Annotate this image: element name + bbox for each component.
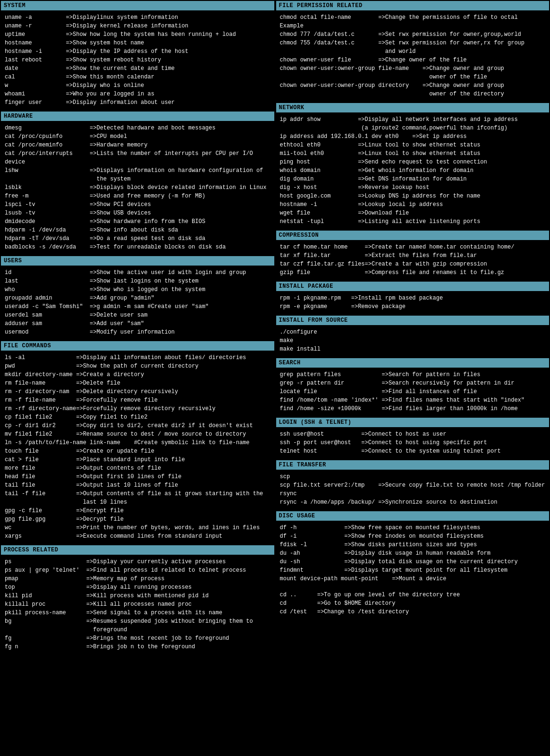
section-header-file-permission: FILE PERMISSION RELATED [276,1,550,10]
cmd-line: rpm -e pkgname =>Remove package [280,302,546,311]
section-content-install-package: rpm -i pkgname.rpm =>Install rpm based p… [276,291,550,314]
cmd-line: pkill process-name =>Send signal to a pr… [5,609,271,617]
cmd-line: find /home -size +10000k =>Find files la… [280,404,546,413]
cmd-line: and world [280,47,546,56]
cmd-line: rpm -i pkgname.rpm =>Install rpm based p… [280,294,546,302]
cmd-line: dmidecode =>Show hardware info from the … [5,217,271,226]
cmd-line: grep -r pattern dir =>Search recursively… [280,379,546,387]
section-content-users: id =>Show the active user id with login … [1,266,274,339]
cmd-line: useradd -c "Sam Tomshi" =>g admin -m sam… [5,302,271,311]
cmd-line: rm -r directory-nam =>Delete directory r… [5,387,271,396]
section-content-search: grep pattern files =>Search for pattern … [276,368,550,416]
cmd-line: uptime =>Show how long the system has be… [5,30,271,39]
cmd-line: dig domain =>Get DNS information for dom… [280,175,546,183]
section-install-package: INSTALL PACKAGErpm -i pkgname.rpm =>Inst… [276,282,550,314]
section-content-file-commands: ls -al =>Display all information about f… [1,351,274,543]
cmd-line: du -sh =>Display total disk usage on the… [280,558,546,566]
cmd-line: chmod 755 /data/test.c =>Set rwx permiss… [280,39,546,47]
cmd-line: rm file-name =>Delete file [5,379,271,387]
right-column: FILE PERMISSION RELATEDchmod octal file-… [275,0,550,655]
page: SYSTEMuname -a =>Displaylinux system inf… [0,0,550,655]
section-content-file-transfer: scpscp file.txt server2:/tmp =>Secure co… [276,470,550,509]
cmd-line: ps aux | grep 'telnet' =>Find all proces… [5,566,271,575]
cmd-line: userdel sam =>Delete user sam [5,311,271,319]
cmd-line: hdparm -i /dev/sda =>Show info about dis… [5,226,271,234]
cmd-line: groupadd admin =>Add group "admin" [5,294,271,302]
section-content-disc-usage: df -h =>Show free space on mounted files… [276,521,550,586]
section-header-file-transfer: FILE TRANSFER [276,460,550,470]
cmd-line: chown owner-user file =>Change owner of … [280,56,546,64]
section-header-system: SYSTEM [1,1,274,10]
cmd-line: cp file1 file2 =>Copy file1 to file2 [5,413,271,421]
section-system: SYSTEMuname -a =>Displaylinux system inf… [1,1,274,110]
cmd-line: cal =>Show this month calendar [5,73,271,81]
section-process-related: PROCESS RELATEDps =>Display your current… [1,545,274,654]
section-content-network: ip addr show =>Display all network inter… [276,112,550,229]
cmd-line: ssh -p port user@host =>Connect to host … [280,438,546,447]
cmd-line: host google.com =>Lookup DNS ip address … [280,192,546,200]
cmd-line: rm -f file-name =>Forcefully remove file [5,396,271,404]
cmd-line: rm -rf directory-name=>Forcefully remove… [5,404,271,413]
section-file-transfer: FILE TRANSFERscpscp file.txt server2:/tm… [276,460,550,509]
cmd-line: hostname =>Show system host name [5,39,271,47]
cmd-line: foreground [5,626,271,634]
cmd-line: killall proc =>Kill all processes named … [5,600,271,609]
cmd-line: w =>Display who is online [5,81,271,90]
cmd-line: whois domain =>Get whois information for… [280,166,546,175]
cmd-line: chown owner-user:owner-group file-name =… [280,64,546,73]
section-content-system: uname -a =>Displaylinux system informati… [1,10,274,110]
cmd-line: usermod =>Modify user information [5,328,271,336]
cmd-line: wc =>Print the number of bytes, words, a… [5,524,271,532]
cmd-line: ip address add 192.168.0.1 dev eth0 =>Se… [280,132,546,141]
cmd-line: ln -s /path/to/file-name link-name #Crea… [5,438,271,447]
cmd-line: hostname -i =>Display the IP address of … [5,47,271,56]
cmd-line: uname -a =>Displaylinux system informati… [5,13,271,22]
cmd-line: gzip file =>Compress file and renames it… [280,268,546,277]
cmd-line: the system [5,175,271,183]
section-header-install-package: INSTALL PACKAGE [276,282,550,291]
section-content-login: ssh user@host =>Connect to host as users… [276,427,550,458]
cmd-line: grep pattern files =>Search for pattern … [280,370,546,379]
cmd-line: findmnt =>Displays target mount point fo… [280,566,546,575]
cmd-line: free -m =>Used and free memory (-m for M… [5,192,271,200]
cmd-line: kill pid =>Kill process with mentioned p… [5,592,271,600]
section-header-compression: COMPRESSION [276,231,550,240]
cmd-line: find /home/tom -name 'index*' =>Find fil… [280,396,546,404]
cmd-line: locate file =>Find all instances of file [280,387,546,396]
cmd-line: lsblk =>Displays block device related in… [5,183,271,192]
cmd-line: chown owner-user:owner-group directory =… [280,81,546,90]
section-header-users: USERS [1,256,274,266]
section-content-compression: tar cf home.tar home =>Create tar named … [276,240,550,280]
cmd-line: fg n =>Brings job n to the foreground [5,643,271,651]
cmd-line: mkdir directory-name =>Create a director… [5,370,271,379]
cmd-line: Example [280,22,546,30]
cmd-line: mount device-path mount-point =>Mount a … [280,575,546,583]
cmd-line: ip addr show =>Display all network inter… [280,115,546,124]
section-header-hardware: HARDWARE [1,112,274,121]
cmd-line: scp file.txt server2:/tmp =>Secure copy … [280,481,546,490]
cmd-line: ethtool eth0 =>Linux tool to show ethern… [280,141,546,149]
section-install-from-source: INSTALL FROM SOURCE./configuremakemake i… [276,316,550,356]
cmd-line: last =>Show last logins on the system [5,277,271,285]
cmd-line: whoami =>Who you are logged in as [5,90,271,98]
section-search: SEARCHgrep pattern files =>Search for pa… [276,358,550,416]
cmd-line: lshw =>Displays information on hardware … [5,166,271,175]
cmd-line: cat /proc/interrupts =>Lists the number … [5,149,271,166]
section-header-login: LOGIN (SSH & TELNET) [276,418,550,427]
cmd-line: dig -x host =>Reverse lookup host [280,183,546,192]
cmd-line: make [280,336,546,345]
cmd-line: scp [280,472,546,481]
cmd-line: lsusb -tv =>Show USB devices [5,209,271,217]
cmd-line: ./configure [280,328,546,336]
section-header-file-commands: FILE COMMANDS [1,341,274,351]
section-hardware: HARDWAREdmesg =>Detected hardware and bo… [1,112,274,254]
cmd-line: cat /proc/meminfo =>Hardware memory [5,141,271,149]
cmd-line: telnet host =>Connect to the system usin… [280,447,546,455]
cmd-line: ssh user@host =>Connect to host as user [280,430,546,438]
cmd-line: df -h =>Show free space on mounted files… [280,524,546,532]
cmd-line: (a iproute2 command,powerful than ifconf… [280,124,546,132]
cmd-line: chmod octal file-name =>Change the permi… [280,13,546,22]
section-disc-usage: DISC USAGEdf -h =>Show free space on mou… [276,511,550,586]
cmd-line: uname -r =>Display kernel release inform… [5,22,271,30]
section-header-install-from-source: INSTALL FROM SOURCE [276,316,550,325]
